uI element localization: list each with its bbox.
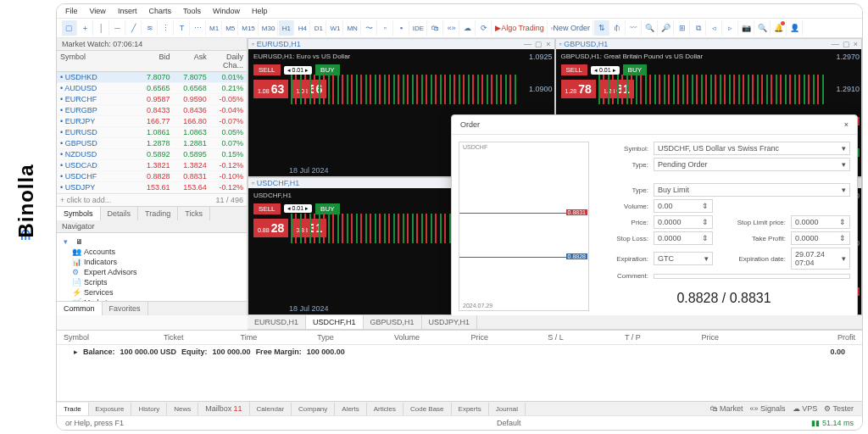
signals-icon[interactable]: «» <box>444 20 459 36</box>
nav-accounts[interactable]: 👥Accounts <box>62 247 242 257</box>
order-type-select[interactable]: Pending Order▾ <box>654 158 850 171</box>
zoom-out-icon[interactable]: 🔎 <box>659 20 674 36</box>
pending-type-select[interactable]: Buy Limit▾ <box>654 183 850 197</box>
trendline-icon[interactable]: ╱ <box>126 20 142 36</box>
term-tab-alerts[interactable]: Alerts <box>335 403 366 415</box>
link-signals[interactable]: «» Signals <box>750 404 786 413</box>
tf-m30[interactable]: M30 <box>259 20 279 36</box>
nav-fwd-icon[interactable]: ▹ <box>723 20 738 36</box>
min-icon[interactable]: — <box>832 40 839 48</box>
dialog-close-icon[interactable]: × <box>844 120 849 129</box>
channel-icon[interactable]: ≋ <box>142 20 158 36</box>
expiration-select[interactable]: GTC▾ <box>654 252 713 265</box>
menu-view[interactable]: View <box>90 7 106 15</box>
tf-m15[interactable]: M15 <box>239 20 259 36</box>
volume-input[interactable]: 0.00⇕ <box>654 199 713 213</box>
mw-row-eurchf[interactable]: • EURCHF0.95870.9590-0.05% <box>57 94 247 105</box>
term-tab-news[interactable]: News <box>167 403 198 415</box>
nav-services[interactable]: ⚡Services <box>62 287 242 298</box>
chart-tab-gbpusd[interactable]: GBPUSD,H1 <box>364 315 422 329</box>
menu-charts[interactable]: Charts <box>148 7 171 15</box>
sl-input[interactable]: 0.0000⇕ <box>654 231 713 245</box>
mw-row-usdjpy[interactable]: • USDJPY153.61153.64-0.12% <box>57 182 247 193</box>
sort-icon[interactable]: ⇅ <box>594 20 609 36</box>
chart-tab-usdchf[interactable]: USDCHF,H1 <box>306 315 364 329</box>
sync-icon[interactable]: ⟳ <box>476 20 492 36</box>
text-icon[interactable]: T <box>175 20 190 36</box>
close-icon[interactable]: × <box>854 40 858 48</box>
mw-row-usdchf[interactable]: • USDCHF0.88280.8831-0.10% <box>57 171 247 182</box>
max-icon[interactable]: ▢ <box>535 40 542 48</box>
algo-trading-button[interactable]: ▶ Algo Trading <box>492 20 548 36</box>
mw-row-usdcad[interactable]: • USDCAD1.38211.3824-0.12% <box>57 160 247 171</box>
tf-m5[interactable]: M5 <box>223 20 238 36</box>
cursor-icon[interactable]: ▢ <box>62 20 77 36</box>
term-tab-journal[interactable]: Journal <box>489 403 526 415</box>
tf-w1[interactable]: W1 <box>327 20 343 36</box>
tf-d1[interactable]: D1 <box>311 20 326 36</box>
term-tab-mailbox[interactable]: Mailbox 11 <box>198 402 249 415</box>
symbol-select[interactable]: USDCHF, US Dollar vs Swiss Franc▾ <box>654 142 850 155</box>
new-order-button[interactable]: ▫ New Order <box>548 20 593 36</box>
indicator2-icon[interactable]: 〰 <box>626 20 642 36</box>
mw-row-nzdusd[interactable]: • NZDUSD0.58920.58950.15% <box>57 149 247 160</box>
mw-row-eurjpy[interactable]: • EURJPY166.77166.80-0.07% <box>57 116 247 127</box>
menu-insert[interactable]: Insert <box>118 7 137 15</box>
profile-icon[interactable]: 👤 <box>787 20 803 36</box>
zoom-in-icon[interactable]: 🔍 <box>643 20 658 36</box>
notification-icon[interactable]: 🔔 <box>771 20 787 36</box>
chart-tab-usdjpy[interactable]: USDJPY,H1 <box>422 315 477 329</box>
term-tab-history[interactable]: History <box>131 403 167 415</box>
mw-row-eurgbp[interactable]: • EURGBP0.84330.8436-0.04% <box>57 105 247 116</box>
term-tab-calendar[interactable]: Calendar <box>250 403 292 415</box>
market-icon[interactable]: 🛍 <box>428 20 443 36</box>
tp-input[interactable]: 0.0000⇕ <box>791 231 850 245</box>
fibo-icon[interactable]: ⋮ <box>159 20 174 36</box>
nav-tab-common[interactable]: Common <box>57 302 103 315</box>
camera-icon[interactable]: 📷 <box>739 20 754 36</box>
term-tab-exposure[interactable]: Exposure <box>89 403 132 415</box>
chart-tab-eurusd[interactable]: EURUSD,H1 <box>248 315 306 329</box>
max-icon[interactable]: ▢ <box>843 40 850 48</box>
link-tester[interactable]: ⚙ Tester <box>824 404 854 413</box>
chart-bar-icon[interactable]: ▫ <box>378 20 393 36</box>
mw-row-gbpusd[interactable]: • GBPUSD1.28781.28810.07% <box>57 138 247 149</box>
tf-m1[interactable]: M1 <box>207 20 222 36</box>
term-tab-trade[interactable]: Trade <box>57 403 89 415</box>
price-input[interactable]: 0.0000⇕ <box>654 215 713 229</box>
mw-tab-ticks[interactable]: Ticks <box>178 207 210 220</box>
hline-icon[interactable]: ─ <box>110 20 125 36</box>
crosshair-icon[interactable]: ＋ <box>78 20 93 36</box>
more-draw-icon[interactable]: ⋯ <box>191 20 206 36</box>
expiration-date-input[interactable]: 29.07.24 07:04▾ <box>791 248 850 270</box>
tf-h1[interactable]: H1 <box>279 20 294 36</box>
nav-tab-favorites[interactable]: Favorites <box>103 302 148 315</box>
menu-window[interactable]: Window <box>213 7 240 15</box>
nav-back-icon[interactable]: ◃ <box>707 20 722 36</box>
nav-experts[interactable]: ⚙Expert Advisors <box>62 267 242 277</box>
mw-row-eurusd[interactable]: • EURUSD1.08611.08630.05% <box>57 127 247 138</box>
chart-line-icon[interactable]: 〜 <box>362 20 377 36</box>
mw-row-usdhkd[interactable]: • USDHKD7.80707.80750.01% <box>57 72 247 83</box>
cloud-icon[interactable]: ☁ <box>460 20 476 36</box>
mw-tab-details[interactable]: Details <box>101 207 139 220</box>
tf-mn[interactable]: MN <box>344 20 360 36</box>
menu-tools[interactable]: Tools <box>183 7 201 15</box>
tree-expand-icon[interactable]: ▾ <box>64 237 72 246</box>
link-vps[interactable]: ☁ VPS <box>793 404 818 413</box>
cascade-icon[interactable]: ⧉ <box>691 20 706 36</box>
close-icon[interactable]: × <box>546 40 550 48</box>
comment-input[interactable] <box>654 274 850 279</box>
min-icon[interactable]: — <box>524 40 531 48</box>
chart-candle-icon[interactable]: ▪ <box>394 20 409 36</box>
term-tab-company[interactable]: Company <box>292 403 335 415</box>
tf-h4[interactable]: H4 <box>295 20 310 36</box>
nav-indicators[interactable]: 📊Indicators <box>62 257 242 267</box>
menu-file[interactable]: File <box>65 7 78 15</box>
ide-button[interactable]: IDE <box>410 20 427 36</box>
mw-row-audusd[interactable]: • AUDUSD0.65650.65680.21% <box>57 83 247 94</box>
term-tab-experts[interactable]: Experts <box>452 403 489 415</box>
tile-icon[interactable]: ⊞ <box>675 20 690 36</box>
term-tab-codebase[interactable]: Code Base <box>403 403 452 415</box>
term-tab-articles[interactable]: Articles <box>367 403 403 415</box>
